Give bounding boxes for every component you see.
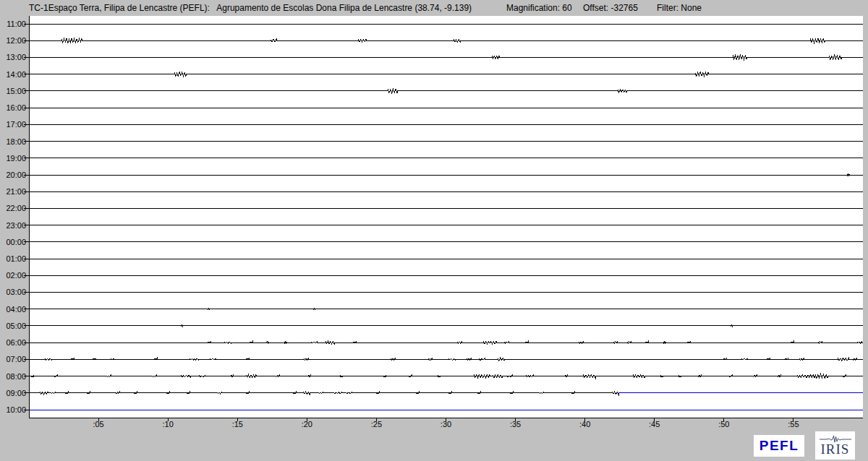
minute-label: :20 [302, 420, 312, 429]
iris-logo-text: IRIS [821, 443, 850, 456]
minute-label: :05 [93, 420, 103, 429]
hour-label: 22:00 [0, 202, 26, 214]
helicorder-window: TC-1Espaço Terra, Filipa de Lencastre (P… [0, 0, 868, 461]
minute-label: :25 [371, 420, 382, 429]
hour-label: 23:00 [0, 220, 26, 231]
hour-label: 12:00 [0, 35, 26, 46]
hour-label: 10:00 [0, 404, 26, 415]
hour-label: 20:00 [0, 169, 26, 181]
hour-label: 06:00 [0, 337, 26, 348]
hour-label: 09:00 [0, 387, 26, 399]
minute-label: :15 [232, 420, 243, 429]
hour-label: 04:00 [0, 303, 26, 315]
minute-label: :30 [441, 420, 451, 429]
helicorder-plot[interactable] [0, 0, 868, 461]
minute-label: :45 [649, 420, 660, 429]
hour-label: 21:00 [0, 186, 26, 197]
hour-label: 18:00 [0, 136, 26, 147]
hour-label: 07:00 [0, 353, 26, 365]
hour-label: 02:00 [0, 270, 26, 281]
hour-label: 13:00 [0, 51, 26, 63]
hour-label: 01:00 [0, 253, 26, 264]
minute-label: :55 [788, 420, 799, 429]
hour-label: 15:00 [0, 85, 26, 97]
minute-label: :10 [163, 420, 174, 429]
minute-label: :50 [718, 420, 729, 429]
iris-logo: IRIS [815, 431, 855, 460]
hour-label: 19:00 [0, 152, 26, 164]
hour-label: 05:00 [0, 320, 26, 332]
pefl-logo-text: PEFL [760, 438, 799, 454]
minute-label: :40 [579, 420, 590, 429]
hour-label: 00:00 [0, 236, 26, 248]
minute-label: :35 [510, 420, 521, 429]
hour-label: 17:00 [0, 119, 26, 130]
hour-label: 16:00 [0, 102, 26, 113]
hour-label: 03:00 [0, 286, 26, 298]
pefl-logo: PEFL [754, 435, 804, 457]
hour-label: 14:00 [0, 69, 26, 80]
hour-label: 08:00 [0, 371, 26, 382]
hour-label: 11:00 [0, 18, 26, 30]
